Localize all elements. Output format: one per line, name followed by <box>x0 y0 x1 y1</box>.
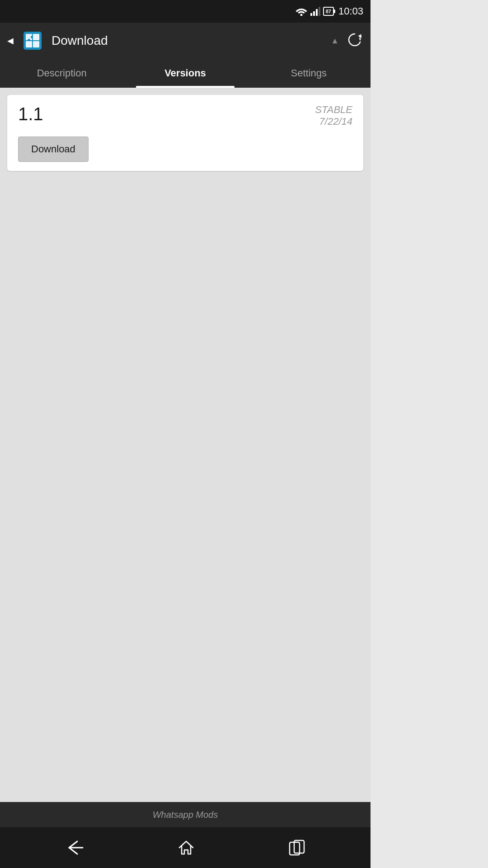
status-bar: 87 10:03 <box>0 0 371 23</box>
nav-recents-icon <box>288 840 306 856</box>
download-button[interactable]: Download <box>18 137 89 162</box>
nav-home-icon <box>177 839 195 857</box>
svg-rect-11 <box>33 41 39 47</box>
status-icons: 87 10:03 <box>295 5 363 17</box>
nav-recents-button[interactable] <box>288 840 306 856</box>
nav-back-icon <box>65 840 84 856</box>
puzzle-icon <box>21 29 44 52</box>
tab-description[interactable]: Description <box>0 59 123 88</box>
back-button[interactable]: ◀ <box>7 36 14 46</box>
version-header: 1.1 STABLE 7/22/14 <box>18 104 352 127</box>
svg-rect-3 <box>316 9 318 16</box>
version-date: 7/22/14 <box>315 116 352 127</box>
battery-icon: 87 <box>323 7 334 16</box>
tabs-container: Description Versions Settings <box>0 59 371 88</box>
nav-home-button[interactable] <box>177 839 195 857</box>
version-meta: STABLE 7/22/14 <box>315 104 352 127</box>
version-card: 1.1 STABLE 7/22/14 Download <box>7 95 363 171</box>
refresh-button[interactable] <box>346 31 363 50</box>
main-content: 1.1 STABLE 7/22/14 Download <box>0 88 371 802</box>
bottom-label: Whatsapp Mods <box>153 810 218 820</box>
version-number: 1.1 <box>18 104 43 124</box>
status-time: 10:03 <box>338 5 363 17</box>
signal-icon <box>310 7 320 16</box>
nav-back-button[interactable] <box>65 840 84 856</box>
wifi-icon <box>295 7 308 16</box>
tab-settings[interactable]: Settings <box>247 59 371 88</box>
tab-versions[interactable]: Versions <box>123 59 247 88</box>
app-bar: ◀ Download ▲ <box>0 23 371 59</box>
dropdown-arrow-icon: ▲ <box>331 36 339 46</box>
app-icon <box>21 29 44 52</box>
svg-rect-10 <box>33 34 39 40</box>
svg-marker-12 <box>358 34 363 39</box>
back-arrow-icon: ◀ <box>7 36 14 46</box>
svg-point-0 <box>300 14 302 16</box>
version-stable-label: STABLE <box>315 104 352 116</box>
svg-rect-8 <box>26 41 32 47</box>
svg-rect-1 <box>310 13 312 16</box>
bottom-bar: Whatsapp Mods <box>0 802 371 827</box>
nav-bar <box>0 827 371 868</box>
app-title: Download <box>52 33 327 48</box>
svg-rect-4 <box>319 7 320 16</box>
refresh-icon <box>346 31 363 48</box>
svg-rect-2 <box>313 11 315 16</box>
